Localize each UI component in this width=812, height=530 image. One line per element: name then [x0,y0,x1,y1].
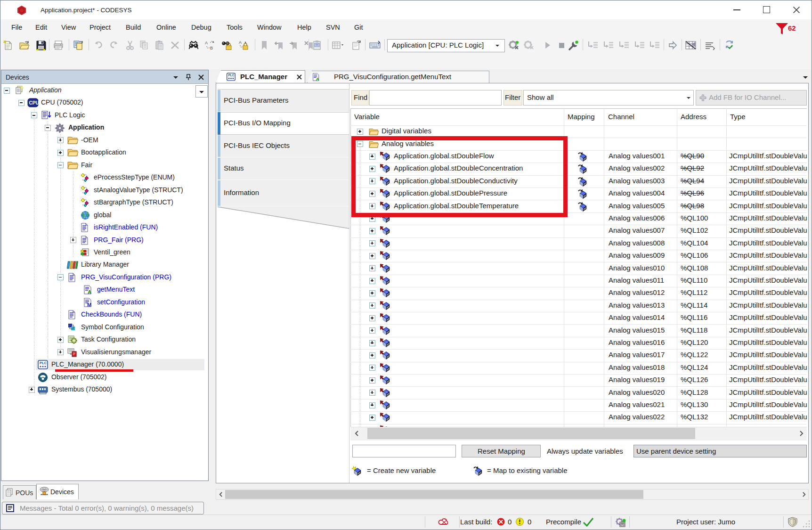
svg-text:A: A [205,41,208,45]
svg-text:B: B [210,46,213,50]
svg-text:CPU: CPU [29,100,39,106]
svg-text:PLC: PLC [40,361,47,365]
svg-text:M: M [87,302,91,308]
svg-text:A: A [316,76,319,82]
svg-text:PLC: PLC [228,73,234,77]
svg-text:A: A [239,40,242,45]
svg-text:A: A [88,289,91,295]
